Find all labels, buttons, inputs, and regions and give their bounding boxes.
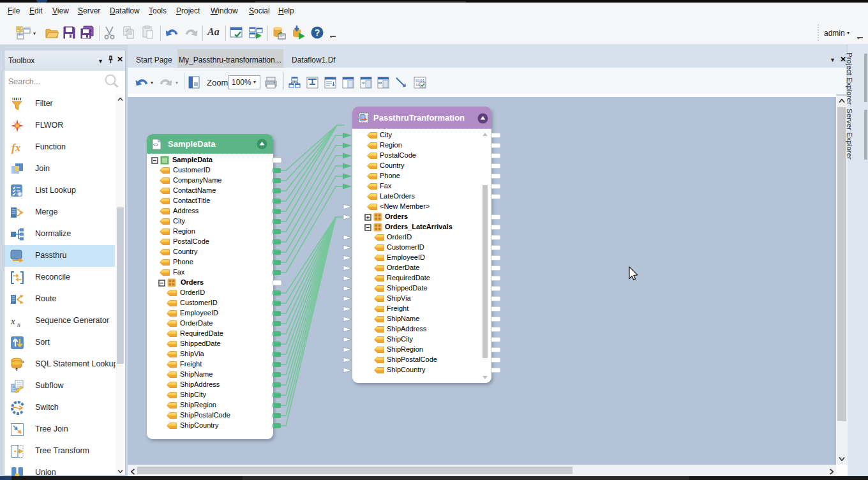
svg-text:<>: <> (153, 142, 158, 147)
svg-text:10: 10 (415, 83, 421, 87)
svg-text:n: n (17, 321, 20, 328)
svg-text:fx: fx (11, 142, 21, 154)
svg-text:?: ? (315, 27, 320, 38)
svg-text:x: x (10, 316, 15, 326)
